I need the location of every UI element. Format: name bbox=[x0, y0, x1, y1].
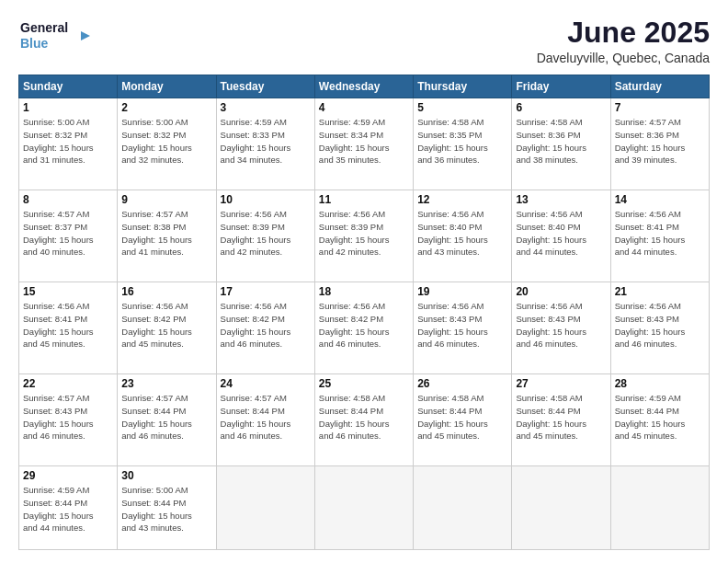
day-number: 25 bbox=[319, 377, 409, 390]
day-number: 27 bbox=[516, 377, 606, 390]
day-number: 18 bbox=[319, 285, 409, 298]
table-row bbox=[414, 466, 512, 550]
table-row: 30Sunrise: 5:00 AM Sunset: 8:44 PM Dayli… bbox=[118, 466, 216, 550]
table-row: 12Sunrise: 4:56 AM Sunset: 8:40 PM Dayli… bbox=[414, 190, 512, 282]
table-row: 15Sunrise: 4:56 AM Sunset: 8:41 PM Dayli… bbox=[19, 282, 118, 374]
table-row: 14Sunrise: 4:56 AM Sunset: 8:41 PM Dayli… bbox=[610, 190, 709, 282]
day-number: 2 bbox=[121, 101, 211, 114]
day-number: 21 bbox=[615, 285, 705, 298]
table-row: 29Sunrise: 4:59 AM Sunset: 8:44 PM Dayli… bbox=[19, 466, 118, 550]
table-row: 27Sunrise: 4:58 AM Sunset: 8:44 PM Dayli… bbox=[512, 374, 610, 466]
table-row: 9Sunrise: 4:57 AM Sunset: 8:38 PM Daylig… bbox=[118, 190, 216, 282]
svg-text:General: General bbox=[20, 20, 68, 35]
table-row: 23Sunrise: 4:57 AM Sunset: 8:44 PM Dayli… bbox=[118, 374, 216, 466]
table-row: 21Sunrise: 4:56 AM Sunset: 8:43 PM Dayli… bbox=[610, 282, 709, 374]
calendar-row: 22Sunrise: 4:57 AM Sunset: 8:43 PM Dayli… bbox=[19, 374, 710, 466]
col-thursday: Thursday bbox=[414, 75, 512, 98]
day-number: 3 bbox=[221, 101, 311, 114]
table-row: 13Sunrise: 4:56 AM Sunset: 8:40 PM Dayli… bbox=[512, 190, 610, 282]
day-info: Sunrise: 4:56 AM Sunset: 8:42 PM Dayligh… bbox=[121, 300, 211, 350]
day-number: 29 bbox=[23, 469, 113, 482]
day-number: 20 bbox=[516, 285, 606, 298]
table-row: 28Sunrise: 4:59 AM Sunset: 8:44 PM Dayli… bbox=[610, 374, 709, 466]
day-number: 30 bbox=[121, 469, 211, 482]
day-info: Sunrise: 4:56 AM Sunset: 8:43 PM Dayligh… bbox=[417, 300, 507, 350]
logo-svg: General Blue bbox=[18, 17, 92, 55]
day-info: Sunrise: 5:00 AM Sunset: 8:32 PM Dayligh… bbox=[121, 116, 211, 167]
day-info: Sunrise: 4:56 AM Sunset: 8:40 PM Dayligh… bbox=[417, 208, 507, 259]
main-title: June 2025 bbox=[537, 17, 710, 49]
table-row: 19Sunrise: 4:56 AM Sunset: 8:43 PM Dayli… bbox=[414, 282, 512, 374]
col-wednesday: Wednesday bbox=[314, 75, 413, 98]
day-info: Sunrise: 4:58 AM Sunset: 8:35 PM Dayligh… bbox=[417, 116, 507, 167]
day-info: Sunrise: 4:59 AM Sunset: 8:44 PM Dayligh… bbox=[615, 392, 705, 442]
day-number: 5 bbox=[417, 101, 507, 114]
day-number: 24 bbox=[221, 377, 311, 390]
table-row: 8Sunrise: 4:57 AM Sunset: 8:37 PM Daylig… bbox=[19, 190, 118, 282]
day-info: Sunrise: 4:57 AM Sunset: 8:38 PM Dayligh… bbox=[121, 208, 211, 259]
day-info: Sunrise: 4:58 AM Sunset: 8:36 PM Dayligh… bbox=[516, 116, 606, 167]
day-number: 15 bbox=[23, 285, 113, 298]
table-row bbox=[610, 466, 709, 550]
day-number: 16 bbox=[121, 285, 211, 298]
day-number: 11 bbox=[319, 193, 409, 206]
table-row: 2Sunrise: 5:00 AM Sunset: 8:32 PM Daylig… bbox=[118, 98, 216, 190]
col-friday: Friday bbox=[512, 75, 610, 98]
day-number: 13 bbox=[516, 193, 606, 206]
day-number: 10 bbox=[221, 193, 311, 206]
table-row bbox=[314, 466, 413, 550]
day-number: 26 bbox=[417, 377, 507, 390]
day-info: Sunrise: 4:58 AM Sunset: 8:44 PM Dayligh… bbox=[417, 392, 507, 442]
day-info: Sunrise: 5:00 AM Sunset: 8:32 PM Dayligh… bbox=[23, 116, 113, 167]
calendar-row: 15Sunrise: 4:56 AM Sunset: 8:41 PM Dayli… bbox=[19, 282, 710, 374]
subtitle: Daveluyville, Quebec, Canada bbox=[537, 51, 710, 65]
table-row: 5Sunrise: 4:58 AM Sunset: 8:35 PM Daylig… bbox=[414, 98, 512, 190]
col-tuesday: Tuesday bbox=[216, 75, 314, 98]
day-info: Sunrise: 4:58 AM Sunset: 8:44 PM Dayligh… bbox=[516, 392, 606, 442]
table-row bbox=[216, 466, 314, 550]
day-info: Sunrise: 4:57 AM Sunset: 8:44 PM Dayligh… bbox=[121, 392, 211, 442]
day-info: Sunrise: 4:56 AM Sunset: 8:39 PM Dayligh… bbox=[221, 208, 311, 259]
table-row bbox=[512, 466, 610, 550]
day-info: Sunrise: 4:59 AM Sunset: 8:44 PM Dayligh… bbox=[23, 484, 113, 534]
table-row: 4Sunrise: 4:59 AM Sunset: 8:34 PM Daylig… bbox=[314, 98, 413, 190]
day-number: 12 bbox=[417, 193, 507, 206]
table-row: 20Sunrise: 4:56 AM Sunset: 8:43 PM Dayli… bbox=[512, 282, 610, 374]
day-info: Sunrise: 4:57 AM Sunset: 8:37 PM Dayligh… bbox=[23, 208, 113, 259]
day-number: 23 bbox=[121, 377, 211, 390]
table-row: 24Sunrise: 4:57 AM Sunset: 8:44 PM Dayli… bbox=[216, 374, 314, 466]
calendar-row: 29Sunrise: 4:59 AM Sunset: 8:44 PM Dayli… bbox=[19, 466, 710, 550]
header: General Blue June 2025 Daveluyville, Que… bbox=[18, 17, 710, 65]
svg-marker-2 bbox=[81, 31, 90, 40]
table-row: 18Sunrise: 4:56 AM Sunset: 8:42 PM Dayli… bbox=[314, 282, 413, 374]
day-number: 19 bbox=[417, 285, 507, 298]
day-info: Sunrise: 4:59 AM Sunset: 8:34 PM Dayligh… bbox=[319, 116, 409, 167]
col-monday: Monday bbox=[118, 75, 216, 98]
table-row: 1Sunrise: 5:00 AM Sunset: 8:32 PM Daylig… bbox=[19, 98, 118, 190]
day-info: Sunrise: 4:58 AM Sunset: 8:44 PM Dayligh… bbox=[319, 392, 409, 442]
day-number: 17 bbox=[221, 285, 311, 298]
table-row: 16Sunrise: 4:56 AM Sunset: 8:42 PM Dayli… bbox=[118, 282, 216, 374]
day-info: Sunrise: 4:59 AM Sunset: 8:33 PM Dayligh… bbox=[221, 116, 311, 167]
title-block: June 2025 Daveluyville, Quebec, Canada bbox=[537, 17, 710, 65]
day-info: Sunrise: 4:57 AM Sunset: 8:44 PM Dayligh… bbox=[221, 392, 311, 442]
day-info: Sunrise: 4:56 AM Sunset: 8:43 PM Dayligh… bbox=[615, 300, 705, 350]
day-number: 1 bbox=[23, 101, 113, 114]
day-info: Sunrise: 4:56 AM Sunset: 8:42 PM Dayligh… bbox=[221, 300, 311, 350]
day-info: Sunrise: 4:57 AM Sunset: 8:43 PM Dayligh… bbox=[23, 392, 113, 442]
table-row: 10Sunrise: 4:56 AM Sunset: 8:39 PM Dayli… bbox=[216, 190, 314, 282]
day-info: Sunrise: 4:56 AM Sunset: 8:41 PM Dayligh… bbox=[615, 208, 705, 259]
col-saturday: Saturday bbox=[610, 75, 709, 98]
day-number: 14 bbox=[615, 193, 705, 206]
calendar-row: 8Sunrise: 4:57 AM Sunset: 8:37 PM Daylig… bbox=[19, 190, 710, 282]
day-info: Sunrise: 4:56 AM Sunset: 8:39 PM Dayligh… bbox=[319, 208, 409, 259]
col-sunday: Sunday bbox=[19, 75, 118, 98]
table-row: 26Sunrise: 4:58 AM Sunset: 8:44 PM Dayli… bbox=[414, 374, 512, 466]
day-number: 9 bbox=[121, 193, 211, 206]
day-info: Sunrise: 4:56 AM Sunset: 8:40 PM Dayligh… bbox=[516, 208, 606, 259]
table-row: 11Sunrise: 4:56 AM Sunset: 8:39 PM Dayli… bbox=[314, 190, 413, 282]
calendar-table: Sunday Monday Tuesday Wednesday Thursday… bbox=[18, 75, 710, 550]
day-number: 6 bbox=[516, 101, 606, 114]
day-info: Sunrise: 4:56 AM Sunset: 8:41 PM Dayligh… bbox=[23, 300, 113, 350]
day-info: Sunrise: 5:00 AM Sunset: 8:44 PM Dayligh… bbox=[121, 484, 211, 534]
